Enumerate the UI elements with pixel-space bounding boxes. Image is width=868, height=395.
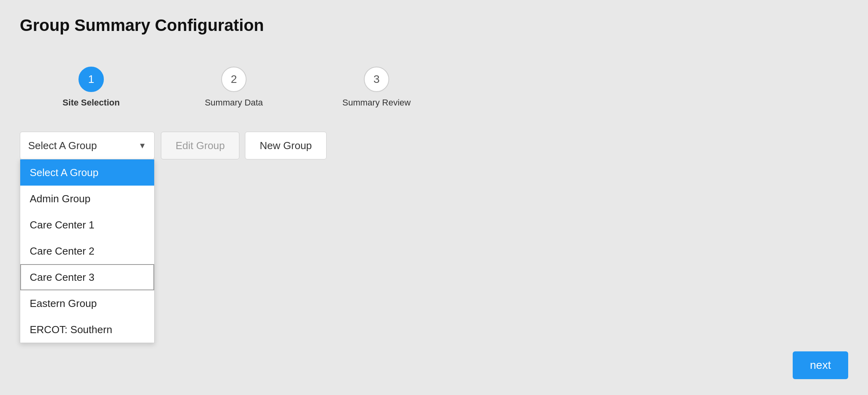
controls-area: Select A Group ▼ Select A Group Admin Gr… (0, 124, 868, 167)
dropdown-item-eastern-group[interactable]: Eastern Group (20, 290, 154, 316)
group-select-wrapper[interactable]: Select A Group ▼ Select A Group Admin Gr… (20, 132, 155, 159)
new-group-button[interactable]: New Group (245, 132, 327, 159)
group-select-button[interactable]: Select A Group ▼ (20, 132, 155, 159)
stepper: 1 Site Selection 2 Summary Data 3 Summar… (0, 43, 868, 124)
dropdown-item-care-center-3[interactable]: Care Center 3 (20, 264, 154, 290)
step-1-label: Site Selection (63, 98, 120, 108)
dropdown-item-care-center-2[interactable]: Care Center 2 (20, 238, 154, 264)
action-buttons: Edit Group New Group (161, 132, 327, 159)
step-1-circle: 1 (78, 67, 104, 92)
edit-group-button[interactable]: Edit Group (161, 132, 239, 159)
next-button[interactable]: next (793, 351, 848, 379)
select-current-value: Select A Group (28, 140, 97, 152)
dropdown-item-care-center-1[interactable]: Care Center 1 (20, 212, 154, 238)
step-2-circle: 2 (221, 67, 247, 92)
dropdown-item-select-a-group[interactable]: Select A Group (20, 159, 154, 186)
step-2: 2 Summary Data (163, 67, 305, 108)
dropdown-arrow-icon: ▼ (138, 141, 146, 150)
page-title: Group Summary Configuration (0, 0, 868, 43)
step-3-circle: 3 (364, 67, 389, 92)
group-dropdown-menu: Select A Group Admin Group Care Center 1… (20, 159, 155, 343)
step-2-label: Summary Data (205, 98, 263, 108)
step-3-label: Summary Review (342, 98, 411, 108)
step-3: 3 Summary Review (305, 67, 448, 108)
dropdown-item-admin-group[interactable]: Admin Group (20, 186, 154, 212)
step-1: 1 Site Selection (20, 67, 163, 108)
dropdown-item-ercot-southern[interactable]: ERCOT: Southern (20, 316, 154, 343)
